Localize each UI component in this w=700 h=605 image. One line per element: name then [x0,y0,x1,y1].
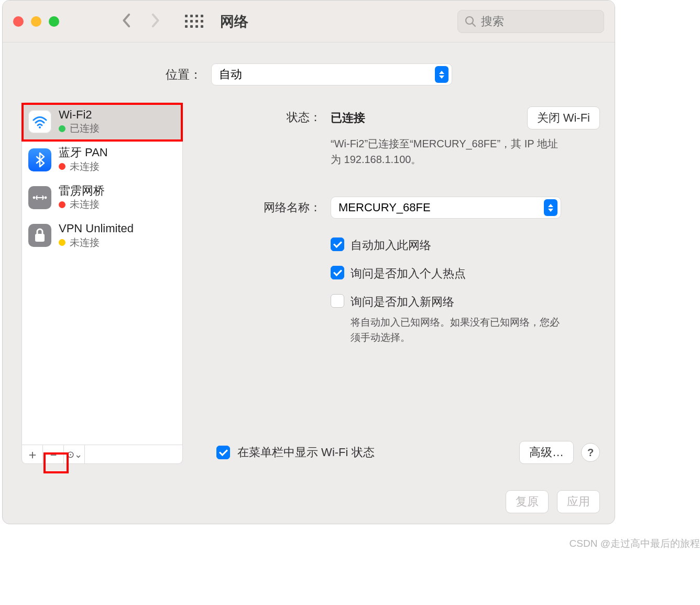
thunderbolt-bridge-icon [28,186,51,209]
sidebar-item-name: 雷雳网桥 [59,184,105,198]
revert-button[interactable]: 复原 [506,490,549,513]
wifi-icon [28,110,51,133]
sidebar-item-status: 未连接 [70,236,100,250]
bluetooth-icon [28,148,51,171]
auto-join-label: 自动加入此网络 [351,237,431,253]
show-menubar-checkbox[interactable] [216,446,230,459]
sidebar-item-status: 未连接 [70,198,100,211]
location-value: 自动 [219,67,242,82]
sidebar-item-status: 未连接 [70,160,100,174]
apply-button[interactable]: 应用 [557,490,600,513]
sidebar-item-wifi2[interactable]: Wi-Fi2 已连接 [22,103,182,141]
network-name-label: 网络名称： [198,197,331,219]
status-description: “Wi-Fi2”已连接至“MERCURY_68FE”，其 IP 地址为 192.… [331,136,561,167]
help-button[interactable]: ? [581,443,600,462]
auto-join-checkbox[interactable] [331,237,344,251]
status-dot-icon [59,201,65,208]
updown-icon [544,199,557,216]
new-networks-hint: 将自动加入已知网络。如果没有已知网络，您必须手动选择。 [351,315,560,345]
traffic-lights [13,16,59,27]
status-dot-icon [59,239,65,246]
lock-icon [28,224,51,247]
location-label: 位置： [166,67,202,83]
ask-new-networks-label: 询问是否加入新网络 [351,295,454,308]
window-title: 网络 [220,12,248,31]
zoom-window-button[interactable] [49,16,59,27]
svg-rect-6 [35,234,45,242]
svg-point-3 [33,197,36,199]
ask-new-networks-checkbox[interactable] [331,294,344,308]
remove-service-button[interactable]: － [43,445,64,463]
show-menubar-label: 在菜单栏中显示 Wi-Fi 状态 [237,445,375,460]
svg-line-1 [472,23,475,26]
minimize-window-button[interactable] [31,16,41,27]
svg-point-2 [39,126,41,128]
location-row: 位置： 自动 [3,42,615,102]
watermark: CSDN @走过高中最后的旅程 [570,537,700,550]
turn-off-wifi-button[interactable]: 关闭 Wi-Fi [527,106,600,129]
search-field[interactable] [457,10,604,33]
updown-icon [435,66,449,83]
status-value: 已连接 [331,110,365,126]
sidebar-item-bluetooth-pan[interactable]: 蓝牙 PAN 未连接 [22,141,182,178]
search-icon [464,15,477,28]
network-name-value: MERCURY_68FE [338,201,431,214]
status-dot-icon [59,125,65,132]
detail-panel: 状态： 已连接 关闭 Wi-Fi “Wi-Fi2”已连接至“MERCURY_68… [198,102,600,464]
close-window-button[interactable] [13,16,24,27]
services-footer: ＋ － ⊙⌄ [21,445,183,464]
nav-arrows [121,13,161,30]
status-dot-icon [59,163,65,170]
show-all-prefs-button[interactable] [185,15,203,28]
service-options-button[interactable]: ⊙⌄ [64,445,85,463]
services-list: Wi-Fi2 已连接 蓝牙 PAN 未连接 [21,102,183,445]
back-button[interactable] [121,13,133,30]
sidebar-item-name: 蓝牙 PAN [59,146,108,159]
sidebar-item-vpn-unlimited[interactable]: VPN Unlimited 未连接 [22,217,182,254]
network-preferences-window: 网络 位置： 自动 Wi-Fi2 已连接 [2,0,615,524]
sidebar-item-status: 已连接 [70,122,100,135]
network-name-select[interactable]: MERCURY_68FE [331,197,561,219]
sidebar-item-name: Wi-Fi2 [59,108,100,122]
status-label: 状态： [198,106,331,167]
titlebar: 网络 [3,1,615,42]
sidebar-item-thunderbolt-bridge[interactable]: 雷雳网桥 未连接 [22,179,182,217]
add-service-button[interactable]: ＋ [22,445,43,463]
search-input[interactable] [481,15,597,28]
ask-hotspot-label: 询问是否加入个人热点 [351,266,466,282]
location-select[interactable]: 自动 [211,63,452,85]
sidebar-item-name: VPN Unlimited [59,222,134,235]
forward-button[interactable] [149,13,161,30]
ask-hotspot-checkbox[interactable] [331,266,344,279]
services-sidebar: Wi-Fi2 已连接 蓝牙 PAN 未连接 [21,102,183,464]
svg-point-4 [45,197,47,199]
advanced-button[interactable]: 高级… [519,441,574,464]
footer-buttons: 复原 应用 [3,479,615,524]
